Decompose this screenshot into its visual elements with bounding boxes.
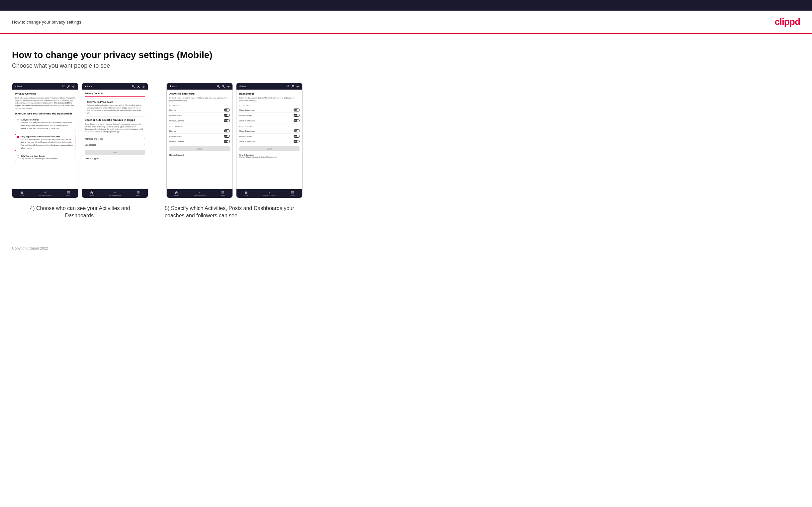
phones-row-left: Back Privacy Controls Control how you an… — [12, 82, 148, 198]
tab-menu-label-2: Menu — [136, 194, 141, 196]
coaches-label-3: COACHES — [169, 105, 230, 107]
tab-home-1[interactable]: Home — [20, 191, 24, 196]
help-desc-4: Visit our Clippd community to troublesho… — [239, 156, 300, 159]
back-button-3[interactable]: Back — [169, 85, 177, 88]
tabbar-3: Home My Performance Menu — [167, 189, 233, 198]
back-button-1[interactable]: Back — [15, 85, 22, 88]
option-approved[interactable]: Only Approved Followers and Your Coach O… — [15, 134, 75, 152]
toggle-coaches-rounds-switch[interactable]: ON — [224, 109, 230, 111]
settings-icon-3[interactable] — [226, 84, 230, 88]
tab-perf-1[interactable]: My Performance — [39, 191, 51, 196]
toggle-followers-what-to-work-switch[interactable]: ON — [294, 140, 300, 143]
show-hide-title-2: Show or hide specific features in Clippd — [85, 118, 145, 121]
phone-screen-2: Back Privacy Controls — [82, 82, 148, 198]
radio-you-coach[interactable] — [17, 155, 19, 158]
toggle-coaches-manual-switch[interactable]: ON — [224, 119, 230, 122]
settings-icon-4[interactable] — [296, 84, 300, 88]
toggle-followers-player-dash-switch[interactable]: ON — [294, 129, 300, 132]
toggle-coaches-drills-switch[interactable]: ON — [224, 114, 230, 117]
nav-row-dashboards-label: Dashboards — [85, 144, 96, 146]
toggle-followers-manual-label: Manual Activities — [169, 141, 184, 143]
tab-home-label-1: Home — [20, 194, 24, 196]
person-icon-3[interactable] — [221, 84, 225, 88]
toggle-knob — [227, 130, 230, 132]
option-you-coach[interactable]: Only You and Your Coach Only you and the… — [15, 153, 75, 162]
toggle-coaches-player-dash-switch[interactable]: ON — [294, 109, 300, 111]
option-you-coach-text: Only You and Your Coach Only you and the… — [20, 155, 58, 160]
chart-icon-1 — [43, 191, 47, 194]
tab-menu-1[interactable]: Menu — [66, 191, 71, 196]
tab-perf-4[interactable]: My Performance — [263, 191, 276, 196]
person-icon-1[interactable] — [67, 84, 70, 88]
option-approved-text: Only Approved Followers and Your Coach O… — [20, 136, 73, 150]
option-approved-desc: Only approved followers and coaches you … — [20, 138, 73, 149]
toggle-coaches-rounds: Rounds ON — [169, 108, 230, 113]
svg-line-22 — [288, 87, 289, 88]
toggle-knob — [297, 109, 299, 111]
save-button-2[interactable]: Save — [85, 150, 145, 155]
search-icon-2[interactable] — [132, 84, 135, 88]
tab-home-3[interactable]: Home — [174, 191, 179, 196]
caption-4: 4) Choose who can see your Activities an… — [17, 205, 143, 220]
person-icon-4[interactable] — [291, 84, 295, 88]
tab-home-4[interactable]: Home — [244, 191, 248, 196]
toggle-followers-round-insights-switch[interactable]: ON — [294, 135, 300, 138]
toggle-followers-drills-label: Practice Drills — [169, 135, 182, 137]
phone-nav-4: Back — [237, 83, 302, 90]
screenshots-section: Back Privacy Controls Control how you an… — [12, 82, 800, 220]
radio-approved[interactable] — [17, 136, 19, 138]
tab-perf-label-3: My Performance — [194, 194, 206, 196]
nav-icons-4 — [286, 84, 300, 88]
toggle-knob — [297, 140, 299, 143]
toggle-coaches-player-dash-label: Player Dashboard — [239, 109, 255, 111]
toggle-followers-rounds-switch[interactable]: ON — [224, 129, 230, 132]
back-button-4[interactable]: Back — [239, 85, 247, 88]
settings-icon-1[interactable] — [72, 84, 75, 88]
save-button-4[interactable]: Save — [239, 146, 300, 151]
home-icon-3 — [174, 191, 179, 194]
person-icon-2[interactable] — [137, 84, 140, 88]
tab-home-2[interactable]: Home — [90, 191, 94, 196]
activities-posts-title: Activities and Posts — [169, 92, 230, 95]
tab-perf-2[interactable]: My Performance — [109, 191, 121, 196]
nav-row-activities[interactable]: Activities and Posts › — [85, 136, 145, 142]
toggle-coaches-drills: Practice Drills ON — [169, 113, 230, 118]
toggle-followers-manual-switch[interactable]: ON — [224, 140, 230, 143]
svg-point-0 — [63, 85, 64, 87]
search-icon-1[interactable] — [62, 84, 65, 88]
search-icon-3[interactable] — [216, 84, 220, 88]
tab-menu-4[interactable]: Menu — [291, 191, 295, 196]
coaches-label-4: COACHES — [239, 105, 300, 107]
svg-point-9 — [138, 85, 139, 87]
toggle-coaches-round-insights-switch[interactable]: ON — [294, 114, 300, 117]
phone-body-4: Dashboards Select the dashboards that yo… — [237, 90, 302, 189]
tab-menu-2[interactable]: Menu — [136, 191, 141, 196]
tab-menu-3[interactable]: Menu — [221, 191, 225, 196]
back-button-2[interactable]: Back — [85, 85, 92, 88]
chart-icon-3 — [198, 191, 202, 194]
menu-icon-4 — [291, 191, 295, 194]
phone-body-2: Privacy Controls Only You and Your Coach… — [82, 90, 148, 189]
tab-menu-label-4: Menu — [291, 194, 295, 196]
search-icon-4[interactable] — [286, 84, 290, 88]
toggle-coaches-what-to-work-switch[interactable]: ON — [294, 119, 300, 122]
popup-desc-2: Only you and the coaches you connect wit… — [87, 104, 143, 114]
toggle-followers-rounds-label: Rounds — [169, 130, 176, 132]
radio-everyone[interactable] — [17, 119, 19, 121]
toggle-followers-player-dash-label: Player Dashboard — [239, 130, 255, 132]
toggle-knob — [227, 140, 230, 143]
followers-label-4: FOLLOWERS — [239, 125, 300, 127]
popup-title-2: Only You and Your Coach — [87, 101, 143, 104]
phone-nav-1: Back — [12, 83, 78, 90]
option-everyone[interactable]: Everyone on Clippd Everyone on Clippd ca… — [15, 117, 75, 132]
save-button-3[interactable]: Save — [169, 146, 230, 151]
nav-row-dashboards[interactable]: Dashboards › — [85, 142, 145, 148]
toggle-knob — [297, 135, 299, 137]
tab-perf-3[interactable]: My Performance — [194, 191, 206, 196]
phone-body-1: Privacy Controls Control how you and you… — [12, 90, 78, 189]
toggle-knob — [227, 114, 230, 116]
settings-icon-2[interactable] — [142, 84, 145, 88]
nav-icons-3 — [216, 84, 230, 88]
toggle-followers-drills-switch[interactable]: ON — [224, 135, 230, 138]
toggle-knob — [227, 109, 230, 111]
